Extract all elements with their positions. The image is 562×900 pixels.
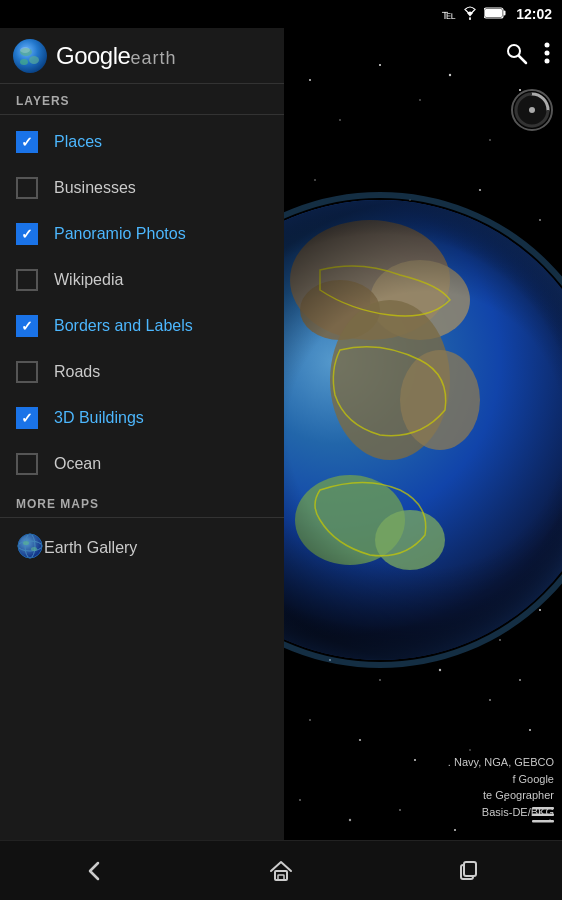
svg-point-20 [499, 639, 501, 641]
layer-item-panoramio[interactable]: ✓Panoramio Photos [0, 211, 284, 257]
copyright-line-3: te Geographer [448, 787, 554, 804]
layer-label-ocean: Ocean [54, 455, 101, 473]
layer-label-panoramio: Panoramio Photos [54, 225, 186, 243]
layer-label-borders: Borders and Labels [54, 317, 193, 335]
header-icons [492, 28, 562, 84]
more-maps-section-header: MORE MAPS [0, 487, 284, 517]
ge-logo-icon [12, 38, 48, 74]
layer-item-borders[interactable]: ✓Borders and Labels [0, 303, 284, 349]
svg-point-23 [379, 679, 380, 680]
svg-point-30 [469, 749, 470, 750]
svg-point-33 [349, 819, 351, 821]
layer-label-businesses: Businesses [54, 179, 136, 197]
svg-point-3 [379, 64, 381, 66]
more-maps-divider [0, 517, 284, 518]
checkbox-panoramio[interactable]: ✓ [16, 223, 38, 245]
svg-point-6 [489, 139, 491, 141]
svg-point-25 [489, 699, 491, 701]
checkbox-ocean[interactable] [16, 453, 38, 475]
svg-point-29 [414, 759, 416, 761]
checkbox-borders[interactable]: ✓ [16, 315, 38, 337]
layer-item-ocean[interactable]: Ocean [0, 441, 284, 487]
layer-label-wikipedia: Wikipedia [54, 271, 123, 289]
svg-rect-52 [485, 9, 502, 17]
layer-item-roads[interactable]: Roads [0, 349, 284, 395]
layer-label-3d-buildings: 3D Buildings [54, 409, 144, 427]
layer-label-roads: Roads [54, 363, 100, 381]
status-bar: ℡ 12:02 [0, 0, 562, 28]
layers-list: ✓PlacesBusinesses✓Panoramio PhotosWikipe… [0, 119, 284, 487]
svg-point-68 [545, 51, 550, 56]
layer-label-places: Places [54, 133, 102, 151]
checkbox-places[interactable]: ✓ [16, 131, 38, 153]
nav-bar [0, 840, 562, 900]
svg-point-8 [314, 179, 315, 180]
svg-rect-74 [532, 814, 554, 817]
svg-point-21 [539, 609, 541, 611]
ge-earth-text: earth [130, 48, 176, 69]
svg-point-26 [519, 679, 521, 681]
svg-point-34 [399, 809, 400, 810]
layers-section-header: LAYERS [0, 84, 284, 114]
layer-item-3d-buildings[interactable]: ✓3D Buildings [0, 395, 284, 441]
svg-point-27 [309, 719, 310, 720]
svg-point-56 [29, 56, 39, 64]
svg-rect-77 [278, 875, 284, 880]
more-maps-item-earth-gallery[interactable]: Earth Gallery [0, 522, 284, 574]
recents-button[interactable] [438, 849, 498, 893]
svg-point-24 [439, 669, 441, 671]
status-time: 12:02 [516, 6, 552, 22]
battery-icon [484, 7, 506, 22]
layer-item-wikipedia[interactable]: Wikipedia [0, 257, 284, 303]
more-maps-label-earth-gallery: Earth Gallery [44, 539, 137, 557]
svg-point-2 [339, 119, 341, 121]
left-panel: Google earth LAYERS ✓PlacesBusinesses✓Pa… [0, 28, 284, 840]
svg-rect-79 [464, 862, 476, 876]
ge-logo-text: Google earth [56, 42, 176, 70]
svg-line-66 [519, 56, 526, 63]
layer-item-businesses[interactable]: Businesses [0, 165, 284, 211]
menu-icon[interactable] [532, 807, 554, 828]
svg-rect-73 [532, 807, 554, 810]
checkbox-3d-buildings[interactable]: ✓ [16, 407, 38, 429]
bluetooth-icon: ℡ [442, 7, 456, 22]
svg-rect-53 [504, 10, 506, 15]
more-options-icon[interactable] [544, 41, 550, 71]
compass[interactable] [510, 88, 554, 132]
checkbox-businesses[interactable] [16, 177, 38, 199]
svg-point-64 [31, 547, 37, 551]
svg-point-54 [13, 39, 47, 73]
svg-point-11 [479, 189, 481, 191]
svg-point-67 [545, 43, 550, 48]
svg-point-50 [469, 18, 471, 20]
status-icons: ℡ 12:02 [442, 6, 552, 23]
svg-rect-75 [532, 820, 554, 823]
back-button[interactable] [64, 849, 124, 893]
svg-point-1 [309, 79, 311, 81]
svg-point-69 [545, 59, 550, 64]
svg-point-5 [449, 74, 451, 76]
svg-point-32 [299, 799, 301, 801]
checkbox-roads[interactable] [16, 361, 38, 383]
ge-google-text: Google [56, 42, 130, 70]
svg-point-31 [529, 729, 531, 731]
svg-point-35 [454, 829, 456, 831]
svg-point-4 [419, 99, 420, 100]
svg-point-63 [23, 541, 29, 545]
app-logo: Google earth [12, 38, 176, 74]
layer-item-places[interactable]: ✓Places [0, 119, 284, 165]
home-button[interactable] [251, 849, 311, 893]
wifi-icon [462, 6, 478, 23]
checkbox-wikipedia[interactable] [16, 269, 38, 291]
globe-icon [16, 532, 44, 564]
app-header: Google earth [0, 28, 284, 84]
svg-point-12 [539, 219, 541, 221]
layers-divider [0, 114, 284, 115]
more-maps-list: Earth Gallery [0, 522, 284, 574]
svg-point-72 [529, 107, 535, 113]
svg-point-28 [359, 739, 361, 741]
copyright-line-2: f Google [448, 771, 554, 788]
search-icon[interactable] [504, 41, 528, 71]
svg-point-57 [20, 59, 28, 65]
copyright-line-1: . Navy, NGA, GEBCO [448, 754, 554, 771]
